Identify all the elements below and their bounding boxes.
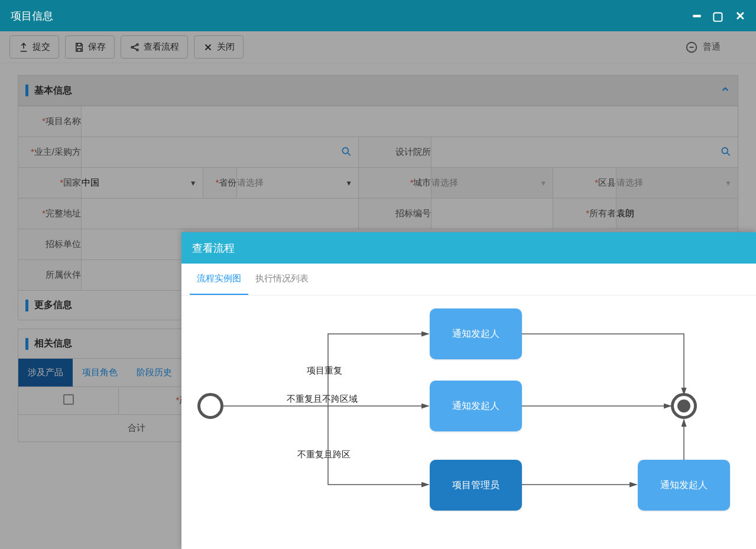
flow-diagram: 通知发起人 通知发起人 项目管理员 通知发起人 项目重复 不重复且不跨区域 不重… [181, 295, 756, 549]
flow-end-node [671, 393, 697, 419]
close-icon[interactable]: ✕ [735, 9, 745, 23]
window-controls: ━ ▢ ✕ [693, 9, 745, 23]
modal-header: 查看流程 [181, 232, 756, 264]
view-flow-modal: 查看流程 流程实例图 执行情况列表 [181, 232, 756, 549]
window-title: 项目信息 [11, 9, 693, 23]
modal-tab-list[interactable]: 执行情况列表 [248, 264, 316, 295]
flow-node-admin[interactable]: 项目管理员 [430, 460, 522, 511]
flow-node-notify-1[interactable]: 通知发起人 [430, 308, 522, 359]
flow-node-notify-2[interactable]: 通知发起人 [430, 381, 522, 431]
flow-label-duplicate: 项目重复 [307, 365, 342, 376]
maximize-icon[interactable]: ▢ [712, 9, 723, 23]
modal-title: 查看流程 [192, 241, 235, 255]
flow-label-no-dup-no-cross: 不重复且不跨区域 [287, 394, 358, 405]
minimize-icon[interactable]: ━ [693, 9, 700, 23]
flow-start-node [197, 393, 223, 419]
modal-tabs: 流程实例图 执行情况列表 [181, 264, 756, 295]
flow-node-notify-3[interactable]: 通知发起人 [638, 460, 730, 511]
modal-tab-diagram[interactable]: 流程实例图 [190, 264, 248, 295]
flow-label-no-dup-cross: 不重复且跨区 [297, 449, 351, 460]
window-title-bar: 项目信息 ━ ▢ ✕ [0, 0, 756, 31]
